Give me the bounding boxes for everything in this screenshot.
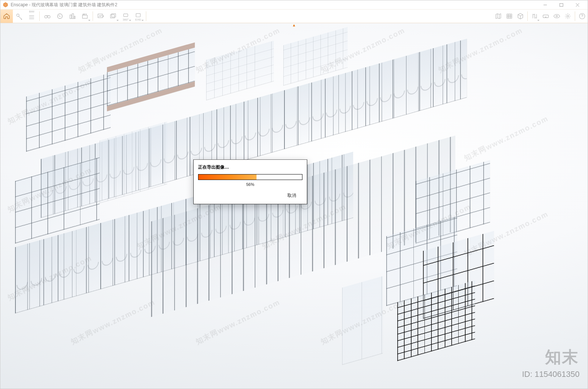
watermark-brand: 知末 (545, 346, 579, 368)
progress-fill (198, 174, 257, 180)
watermark-text: 知末网www.znzmo.com (319, 297, 407, 347)
watermark-text: 知末网www.znzmo.com (135, 202, 223, 251)
toolbar-separator (93, 11, 93, 21)
close-button[interactable] (569, 0, 585, 9)
watermark-text: 知末网www.znzmo.com (194, 25, 282, 75)
svg-rect-8 (112, 14, 116, 17)
minimize-button[interactable] (537, 0, 553, 9)
glass-wall-dark (423, 231, 494, 319)
svg-point-14 (567, 15, 569, 17)
binoculars-icon (43, 12, 51, 20)
facade-mesh-top-2 (283, 27, 348, 86)
visual-settings-button[interactable] (551, 10, 562, 23)
image-multi-icon (109, 12, 117, 20)
views-button[interactable] (41, 10, 54, 23)
pin-icon (15, 12, 23, 20)
help-button[interactable] (577, 10, 588, 23)
general-settings-button[interactable] (562, 10, 573, 23)
window-title: Enscape - 现代玻璃幕墙 玻璃门窗 建筑外墙 建筑构件2 (11, 2, 117, 8)
app-window: Enscape - 现代玻璃幕墙 玻璃门窗 建筑外墙 建筑构件2 BIM 360… (0, 0, 588, 389)
exe-export-button[interactable]: EXE (132, 10, 144, 23)
svg-rect-7 (111, 15, 115, 18)
progress-percent-label: 56% (198, 182, 302, 187)
glass-wall-plain-2 (386, 216, 457, 306)
glass-door-pair (342, 276, 383, 365)
help-icon (578, 12, 586, 20)
watermark-text: 知末网www.znzmo.com (69, 297, 157, 347)
home-button[interactable] (0, 10, 13, 23)
pano-label: 360° (123, 18, 129, 21)
toolbar-right-group (493, 10, 588, 23)
svg-rect-12 (543, 15, 549, 18)
home-icon (3, 12, 11, 20)
watermark-text: 知末网www.znzmo.com (194, 297, 282, 347)
scene-3d (0, 23, 588, 389)
toolbar-spacer (148, 10, 493, 23)
cancel-button[interactable]: 取消 (281, 191, 302, 201)
titlebar: Enscape - 现代玻璃幕墙 玻璃门窗 建筑外墙 建筑构件2 (0, 0, 588, 9)
watermark-id: ID: 1154061350 (522, 370, 580, 379)
clapperboard-icon (81, 12, 89, 20)
grid-icon (505, 12, 513, 20)
svg-rect-11 (507, 14, 512, 18)
asset-library-button[interactable] (504, 10, 515, 23)
watermark-text: 知末网www.znzmo.com (462, 114, 550, 163)
map-icon (494, 12, 502, 20)
perspective-button[interactable] (515, 10, 526, 23)
minimap-button[interactable] (493, 10, 504, 23)
dialog-title: 正在导出图像… (198, 164, 302, 170)
screenshot-button[interactable] (94, 10, 107, 23)
svg-point-13 (556, 15, 557, 17)
svg-point-1 (17, 14, 19, 17)
buildings-icon (68, 12, 76, 20)
cube-icon (516, 12, 524, 20)
video-button[interactable] (79, 10, 91, 23)
link-sync-button[interactable] (13, 10, 25, 23)
watermark-text: 知末网www.znzmo.com (6, 253, 94, 303)
render-viewport[interactable]: ▴ 知末网www.znzmo.com (0, 23, 588, 389)
glass-wall-lattice (397, 280, 475, 361)
maximize-button[interactable] (553, 0, 569, 9)
main-toolbar: BIM 360° EXE (0, 9, 588, 23)
glass-wall-plain (416, 160, 490, 244)
vr-button[interactable] (540, 10, 551, 23)
panel-chevron-icon: ▴ (293, 23, 295, 27)
orbit-button[interactable] (54, 10, 66, 23)
glass-slats-left (100, 122, 167, 203)
eye-icon (553, 12, 561, 20)
dialog-actions: 取消 (198, 191, 302, 201)
batch-render-button[interactable] (107, 10, 119, 23)
facade-brick-top (107, 42, 195, 111)
svg-point-4 (48, 15, 50, 18)
svg-point-3 (45, 15, 47, 18)
watermark-text: 知末网www.znzmo.com (462, 209, 550, 259)
progress-bar (198, 174, 302, 180)
watermark-text: 知末网www.znzmo.com (260, 202, 348, 251)
menu-icon (28, 13, 36, 21)
toolbar-separator (575, 11, 575, 21)
vr-headset-icon (542, 12, 550, 20)
collab-button[interactable] (529, 10, 540, 23)
toolbar-separator (146, 11, 146, 21)
watermark-text: 知末网www.znzmo.com (385, 202, 473, 251)
watermark-text: 知末网www.znzmo.com (76, 25, 164, 75)
gear-icon (564, 12, 572, 20)
app-logo-icon (3, 2, 8, 8)
exe-label: EXE (135, 18, 141, 21)
toolbar-separator (527, 11, 528, 21)
compass-icon (56, 12, 64, 20)
svg-point-5 (57, 14, 62, 18)
export-progress-dialog: 正在导出图像… 56% 取消 (193, 159, 307, 204)
watermark-text: 知末网www.znzmo.com (6, 165, 94, 215)
window-controls (537, 0, 585, 9)
bim-manage-button[interactable]: BIM (25, 10, 38, 23)
toolbar-separator (39, 11, 40, 21)
facade-mesh-top (206, 41, 274, 100)
site-context-button[interactable] (66, 10, 79, 23)
watermark-text: 知末网www.znzmo.com (6, 77, 94, 126)
glass-wall-left-lower (15, 157, 100, 244)
svg-rect-0 (560, 3, 563, 6)
panorama-button[interactable]: 360° (119, 10, 132, 23)
columns-icon (531, 12, 539, 20)
facade-windows-top-left (26, 73, 111, 152)
